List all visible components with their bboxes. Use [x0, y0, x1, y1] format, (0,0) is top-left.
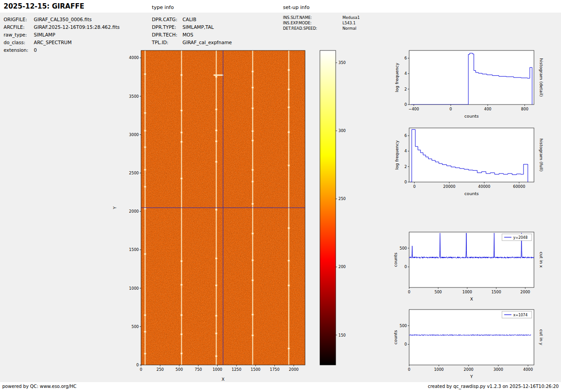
- svg-text:0: 0: [405, 342, 407, 346]
- svg-text:1500: 1500: [129, 247, 139, 252]
- data-line: [411, 53, 532, 105]
- info-value: Normal: [342, 26, 356, 31]
- info-row-tpl-id: TPL.ID:GIRAF_cal_expfname: [152, 40, 232, 45]
- info-label: INS.SLIT.NAME:: [283, 15, 342, 20]
- qc-report-page: 2025-12-15: GIRAFFE type info set-up inf…: [0, 0, 561, 392]
- svg-text:500: 500: [400, 246, 407, 251]
- plot-raw-image: 0250500750100012501500175020000500100015…: [112, 50, 305, 382]
- svg-text:2500: 2500: [129, 171, 139, 175]
- svg-text:X: X: [470, 296, 473, 301]
- info-label: DPR.TYPE:: [152, 24, 182, 30]
- info-label: DET.READ.SPEED:: [283, 26, 342, 31]
- footer-credit-left: powered by QC: www.eso.org/HC: [2, 384, 77, 389]
- svg-text:3000: 3000: [129, 132, 139, 137]
- header-bar: 2025-12-15: GIRAFFE type info set-up inf…: [0, 0, 561, 13]
- svg-text:6: 6: [405, 133, 407, 138]
- info-value: GIRAF_cal_expfname: [182, 40, 232, 45]
- svg-text:4000: 4000: [523, 367, 533, 372]
- svg-text:500: 500: [400, 324, 407, 328]
- svg-text:1500: 1500: [491, 290, 501, 294]
- svg-text:counts: counts: [393, 253, 398, 267]
- info-row-origfile: ORIGFILE:GIRAF_CAL350_0006.fits: [4, 17, 92, 22]
- info-value: L543.1: [342, 21, 356, 25]
- plot-histogram-full: 02000040000600000246countslog frequencyh…: [394, 128, 544, 196]
- svg-text:2: 2: [405, 87, 407, 91]
- svg-text:0: 0: [405, 102, 407, 107]
- info-value: SIMLAMP,TAL: [182, 24, 214, 30]
- info-value: 0: [34, 47, 37, 53]
- svg-text:3000: 3000: [493, 367, 503, 372]
- info-label: extension:: [4, 47, 34, 53]
- svg-text:150: 150: [338, 333, 346, 337]
- svg-text:500: 500: [132, 324, 139, 329]
- info-label: TPL.ID:: [152, 40, 182, 45]
- setup-info-heading: set-up info: [283, 5, 310, 10]
- svg-text:0: 0: [413, 184, 415, 189]
- footer-bar: powered by QC: www.eso.org/HC created by…: [0, 382, 561, 392]
- info-row-doclass: do_class:ARC_SPECTRUM: [4, 40, 72, 45]
- svg-text:log frequency: log frequency: [394, 63, 399, 92]
- info-row-read-speed: DET.READ.SPEED:Normal: [283, 26, 356, 31]
- info-label: DPR.CATG:: [152, 17, 182, 22]
- info-label: DPR.TECH:: [152, 32, 182, 37]
- colorbar-gradient: [320, 50, 336, 365]
- svg-text:0: 0: [140, 367, 142, 372]
- type-info-heading: type info: [152, 5, 174, 10]
- svg-text:−400: −400: [409, 107, 419, 111]
- svg-text:4: 4: [405, 149, 407, 153]
- plot-cut-in-y: 010002000300040000500Ycountscut in yx=10…: [393, 310, 544, 379]
- svg-text:2: 2: [405, 164, 407, 169]
- report-title: 2025-12-15: GIRAFFE: [4, 2, 84, 10]
- svg-text:60000: 60000: [513, 184, 525, 189]
- svg-text:1250: 1250: [232, 367, 242, 372]
- plot-area: [409, 50, 534, 105]
- info-value: GIRAF_CAL350_0006.fits: [34, 17, 92, 22]
- info-label: ORIGFILE:: [4, 17, 34, 22]
- plots-canvas: 0250500750100012501500175020000500100015…: [0, 0, 561, 392]
- svg-text:4: 4: [405, 71, 407, 76]
- legend: x=1074: [502, 311, 532, 318]
- svg-text:0: 0: [405, 180, 407, 184]
- info-value: ARC_SPECTRUM: [34, 40, 72, 45]
- svg-text:0: 0: [408, 367, 410, 372]
- info-value: Medusa1: [342, 15, 360, 20]
- data-line: [409, 335, 531, 336]
- info-row-extension: extension:0: [4, 47, 37, 53]
- detector-image: [141, 50, 305, 365]
- plot-histogram-detail: −40004008000246countslog frequencyhistog…: [394, 50, 544, 119]
- svg-text:1000: 1000: [462, 290, 472, 294]
- plot-area: [409, 310, 534, 365]
- svg-text:20000: 20000: [443, 184, 456, 189]
- svg-text:histogram (full): histogram (full): [539, 138, 544, 171]
- svg-text:800: 800: [521, 107, 528, 111]
- svg-text:Y: Y: [112, 206, 117, 210]
- svg-text:200: 200: [338, 264, 346, 269]
- svg-text:y=2048: y=2048: [513, 236, 528, 240]
- svg-text:counts: counts: [465, 191, 479, 196]
- info-value: SIMLAMP: [34, 32, 55, 37]
- info-label: do_class:: [4, 40, 34, 45]
- emission-lines: [144, 50, 290, 365]
- svg-text:1000: 1000: [129, 286, 139, 291]
- svg-text:cut in x: cut in x: [539, 252, 544, 268]
- svg-text:histogram (detail): histogram (detail): [539, 58, 544, 96]
- svg-text:0: 0: [408, 290, 410, 294]
- svg-text:2000: 2000: [464, 367, 474, 372]
- info-label: raw_type:: [4, 32, 34, 37]
- svg-text:X: X: [222, 377, 225, 382]
- svg-text:2000: 2000: [129, 209, 139, 214]
- svg-text:300: 300: [338, 128, 346, 133]
- svg-text:counts: counts: [465, 114, 479, 119]
- svg-text:cut in y: cut in y: [539, 329, 544, 346]
- info-row-exp-mode: INS.EXP.MODE:L543.1: [283, 21, 356, 25]
- info-row-dpr-catg: DPR.CATG:CALIB: [152, 17, 196, 22]
- svg-text:750: 750: [195, 367, 202, 372]
- info-row-slit-name: INS.SLIT.NAME:Medusa1: [283, 15, 360, 20]
- svg-text:1500: 1500: [251, 367, 260, 372]
- info-value: MOS: [182, 32, 193, 37]
- svg-text:3500: 3500: [129, 94, 139, 99]
- svg-text:6: 6: [405, 56, 407, 60]
- svg-text:4000: 4000: [129, 55, 139, 60]
- svg-text:2000: 2000: [289, 367, 299, 372]
- svg-text:350: 350: [338, 60, 346, 65]
